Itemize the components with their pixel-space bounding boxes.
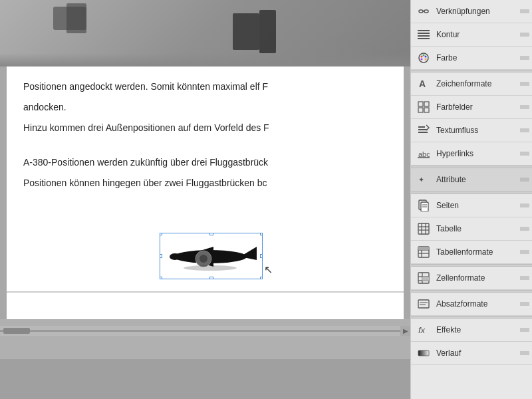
svg-rect-9 bbox=[419, 10, 423, 13]
svg-rect-13 bbox=[418, 33, 430, 34]
sidebar-item-textumfluss[interactable]: Textumfluss bbox=[411, 119, 532, 142]
sidebar-item-hyperlinks[interactable]: abcHyperlinks bbox=[411, 142, 532, 166]
svg-rect-29 bbox=[418, 132, 428, 133]
svg-point-5 bbox=[170, 253, 180, 260]
sidebar-item-label-verlauf: Verlauf bbox=[436, 348, 527, 358]
svg-rect-26 bbox=[424, 108, 429, 112]
selected-image[interactable] bbox=[160, 233, 263, 279]
handle-bottom-left[interactable] bbox=[160, 277, 162, 279]
drag-handle bbox=[520, 352, 529, 355]
sidebar-item-label-textumfluss: Textumfluss bbox=[436, 126, 527, 135]
drag-handle bbox=[520, 227, 529, 231]
sidebar-item-label-kontur: Kontur bbox=[436, 30, 527, 39]
drag-handle bbox=[520, 33, 529, 37]
svg-rect-46 bbox=[418, 247, 429, 250]
top-image bbox=[0, 0, 410, 66]
text-line-3: Hinzu kommen drei Außenpositionen auf de… bbox=[23, 121, 387, 135]
grid-icon bbox=[416, 100, 431, 114]
drag-handle bbox=[520, 251, 529, 254]
handle-mid-right[interactable] bbox=[260, 254, 263, 258]
sidebar-item-absatzformate[interactable]: Absatzformate bbox=[411, 293, 532, 316]
sidebar-item-label-farbfelder: Farbfelder bbox=[436, 102, 527, 112]
svg-marker-3 bbox=[240, 247, 257, 257]
page-text: Positionen angedockt werden. Somit könnt… bbox=[7, 66, 404, 210]
text-line-2: andocken. bbox=[23, 100, 387, 114]
drag-handle bbox=[520, 303, 529, 306]
sidebar-item-label-attribute: Attribute bbox=[436, 175, 527, 184]
text-line-5: Positionen können hingegen über zwei Flu… bbox=[23, 176, 387, 190]
sidebar-item-label-effekte: Effekte bbox=[436, 325, 527, 334]
svg-rect-56 bbox=[418, 350, 429, 356]
sidebar-item-verknuepfungen[interactable]: Verknüpfungen bbox=[411, 0, 532, 23]
chain-icon bbox=[416, 4, 431, 19]
sidebar-item-label-seiten: Seiten bbox=[436, 201, 527, 210]
drag-handle bbox=[520, 82, 529, 86]
pages-icon bbox=[416, 198, 431, 213]
sidebar-item-label-zeichenformate: Zeichenformate bbox=[436, 79, 527, 88]
text-line-1: Positionen angedockt werden. Somit könnt… bbox=[23, 80, 387, 94]
table-icon bbox=[416, 221, 431, 236]
sidebar-item-label-verknuepfungen: Verknüpfungen bbox=[436, 7, 527, 16]
gradient-icon bbox=[416, 346, 431, 360]
svg-rect-51 bbox=[422, 277, 429, 281]
drag-handle bbox=[520, 106, 529, 109]
sidebar-item-effekte[interactable]: fxEffekte bbox=[411, 319, 532, 342]
page-area: Positionen angedockt werden. Somit könnt… bbox=[0, 0, 410, 359]
cursor: ↖ bbox=[264, 263, 273, 276]
sidebar-item-label-absatzformate: Absatzformate bbox=[436, 299, 527, 309]
fx-icon: fx bbox=[416, 323, 431, 337]
handle-bottom-mid[interactable] bbox=[209, 277, 213, 279]
drag-handle bbox=[520, 329, 529, 332]
sidebar-item-label-zellenformate: Zellenformate bbox=[436, 273, 527, 283]
svg-rect-14 bbox=[418, 35, 430, 37]
sidebar-item-kontur[interactable]: Kontur bbox=[411, 23, 532, 47]
drag-handle bbox=[520, 277, 529, 280]
handle-bottom-right[interactable] bbox=[260, 277, 263, 279]
sidebar-item-tabellenformate[interactable]: Tabellenformate bbox=[411, 241, 532, 264]
handle-top-left[interactable] bbox=[160, 233, 162, 235]
svg-text:A: A bbox=[419, 78, 426, 89]
sidebar-item-tabelle[interactable]: Tabelle bbox=[411, 217, 532, 241]
cellfmt-icon bbox=[416, 271, 431, 285]
palette-icon bbox=[416, 51, 431, 65]
handle-mid-left[interactable] bbox=[160, 254, 162, 258]
sidebar-item-attribute[interactable]: ✦Attribute bbox=[411, 168, 532, 192]
selected-image-container[interactable]: ↖ bbox=[160, 233, 263, 279]
drag-handle bbox=[520, 178, 529, 182]
drag-handle bbox=[520, 152, 529, 156]
svg-rect-12 bbox=[418, 30, 430, 31]
svg-rect-10 bbox=[424, 10, 428, 13]
drag-handle bbox=[520, 204, 529, 207]
svg-rect-37 bbox=[418, 223, 429, 234]
bottom-bar: ▶ bbox=[0, 319, 410, 359]
drag-handle bbox=[520, 57, 529, 60]
svg-point-18 bbox=[423, 55, 425, 57]
sidebar-item-zeichenformate[interactable]: AZeichenformate bbox=[411, 72, 532, 96]
white-page: Positionen angedockt werden. Somit könnt… bbox=[7, 66, 404, 319]
sidebar-item-verlauf[interactable]: Verlauf bbox=[411, 342, 532, 365]
flow-icon bbox=[416, 123, 431, 138]
sidebar-item-farbe[interactable]: Farbe bbox=[411, 47, 532, 70]
svg-text:fx: fx bbox=[418, 325, 426, 335]
parafmt-icon bbox=[416, 297, 431, 311]
svg-rect-23 bbox=[418, 102, 423, 106]
tablefmt-icon bbox=[416, 245, 431, 259]
sidebar-item-seiten[interactable]: Seiten bbox=[411, 194, 532, 217]
sidebar-item-label-tabelle: Tabelle bbox=[436, 224, 527, 233]
svg-rect-25 bbox=[418, 108, 423, 112]
link-icon: abc bbox=[416, 146, 431, 161]
handle-top-mid[interactable] bbox=[209, 233, 213, 235]
svg-point-20 bbox=[425, 59, 427, 61]
sidebar-item-zellenformate[interactable]: Zellenformate bbox=[411, 267, 532, 290]
drag-handle bbox=[520, 129, 529, 132]
handle-top-right[interactable] bbox=[260, 233, 263, 235]
svg-text:✦: ✦ bbox=[418, 176, 424, 184]
sidebar: VerknüpfungenKonturFarbeAZeichenformateF… bbox=[410, 0, 532, 399]
svg-point-21 bbox=[421, 59, 423, 61]
airplane-image bbox=[160, 233, 260, 277]
svg-point-8 bbox=[184, 265, 237, 271]
sidebar-item-farbfelder[interactable]: Farbfelder bbox=[411, 96, 532, 119]
sidebar-item-label-hyperlinks: Hyperlinks bbox=[436, 149, 527, 158]
sidebar-item-label-tabellenformate: Tabellenformate bbox=[436, 247, 527, 257]
svg-rect-15 bbox=[418, 38, 430, 39]
